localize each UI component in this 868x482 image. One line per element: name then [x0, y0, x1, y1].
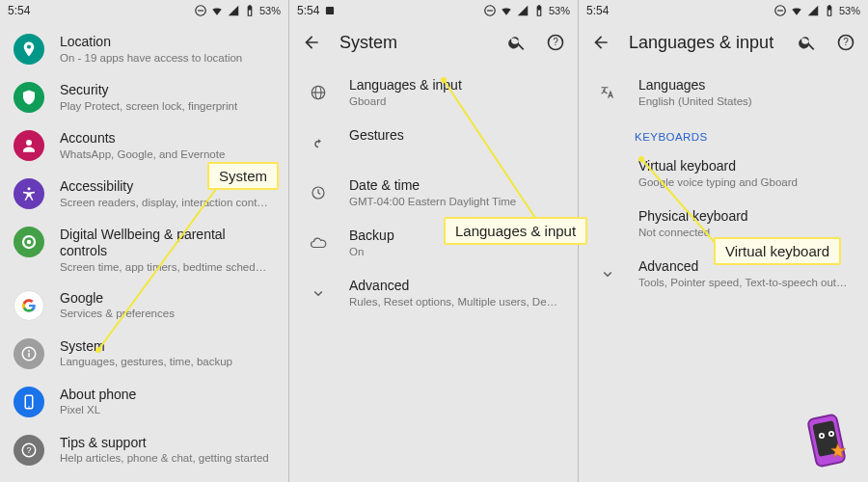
row-location[interactable]: Location On - 19 apps have access to loc… — [0, 25, 288, 73]
system-list: Languages & input Gboard Gestures Date &… — [289, 64, 578, 482]
row-tips-support[interactable]: ? Tips & support Help articles, phone & … — [0, 426, 288, 474]
status-bar: 5:54 53% — [579, 0, 868, 21]
spacer-icon — [592, 208, 623, 239]
google-icon — [14, 290, 44, 321]
dnd-icon — [483, 4, 497, 17]
app-bar: Languages & input ? — [579, 21, 868, 64]
accounts-icon — [14, 130, 44, 161]
row-sub: On - 19 apps have access to location — [60, 52, 271, 64]
back-button[interactable] — [301, 32, 322, 53]
chevron-down-icon — [303, 278, 334, 308]
wifi-icon — [210, 4, 224, 17]
phone-icon — [14, 387, 44, 417]
clock-icon — [303, 177, 334, 208]
page-title: Languages & input — [629, 33, 779, 53]
row-advanced[interactable]: Advanced Tools, Pointer speed, Text-to-s… — [579, 249, 868, 299]
svg-point-2 — [26, 140, 32, 146]
help-button[interactable]: ? — [545, 32, 566, 53]
screen-system: 5:54 53% System ? Languages & input — [289, 0, 579, 482]
accessibility-icon — [14, 178, 44, 209]
battery-pct: 53% — [259, 5, 281, 16]
row-physical-keyboard[interactable]: Physical keyboard Not connected — [579, 199, 868, 249]
signal-icon — [227, 4, 240, 17]
row-backup[interactable]: Backup On — [289, 218, 578, 268]
row-gestures[interactable]: Gestures — [289, 118, 578, 168]
wifi-icon — [500, 4, 513, 17]
search-button[interactable] — [797, 32, 818, 53]
row-accessibility[interactable]: Accessibility Screen readers, display, i… — [0, 170, 288, 218]
battery-icon — [532, 4, 546, 17]
battery-icon — [823, 4, 836, 17]
row-about-phone[interactable]: About phone Pixel XL — [0, 378, 288, 426]
info-icon — [14, 338, 44, 369]
svg-point-7 — [28, 350, 30, 352]
shield-icon — [14, 82, 44, 113]
location-icon — [14, 34, 44, 65]
row-wellbeing[interactable]: Digital Wellbeing & parental controls Sc… — [0, 218, 288, 281]
wifi-icon — [790, 4, 803, 17]
dnd-icon — [773, 4, 787, 17]
signal-icon — [806, 4, 820, 17]
status-bar: 5:54 53% — [289, 0, 578, 21]
row-virtual-keyboard[interactable]: Virtual keyboard Google voice typing and… — [579, 148, 868, 199]
svg-point-5 — [27, 240, 32, 245]
search-button[interactable] — [506, 32, 528, 53]
chevron-down-icon — [592, 258, 623, 289]
battery-pct: 53% — [549, 5, 570, 16]
row-system[interactable]: System Languages, gestures, time, backup — [0, 330, 288, 378]
battery-icon — [243, 4, 257, 17]
row-google[interactable]: Google Services & preferences — [0, 281, 288, 330]
status-bar: 5:54 53% — [0, 0, 288, 21]
back-button[interactable] — [590, 32, 611, 53]
page-title: System — [339, 33, 489, 53]
lang-input-list: Languages English (United States) KEYBOA… — [579, 64, 868, 482]
row-advanced[interactable]: Advanced Rules, Reset options, Multiple … — [289, 268, 578, 318]
cloud-icon — [303, 228, 334, 258]
row-accounts[interactable]: Accounts WhatsApp, Google, and Evernote — [0, 121, 288, 170]
settings-list: Location On - 19 apps have access to loc… — [0, 21, 288, 482]
status-time: 5:54 — [8, 4, 30, 17]
gestures-icon — [303, 127, 334, 158]
svg-text:?: ? — [553, 37, 558, 47]
screen-settings: 5:54 53% Location On - 19 apps have acce… — [0, 0, 289, 482]
row-languages-input[interactable]: Languages & input Gboard — [289, 67, 578, 118]
row-languages[interactable]: Languages English (United States) — [579, 67, 868, 118]
wellbeing-icon — [14, 227, 44, 257]
section-keyboards: KEYBOARDS — [579, 118, 868, 148]
help-button[interactable]: ? — [835, 32, 856, 53]
globe-icon — [303, 77, 334, 108]
translate-icon — [592, 77, 623, 108]
status-time: 5:54 — [297, 4, 319, 17]
screen-languages-input: 5:54 53% Languages & input ? Languages E… — [579, 0, 868, 482]
battery-pct: 53% — [839, 5, 860, 16]
svg-point-3 — [28, 187, 31, 190]
row-title: Location — [60, 34, 271, 50]
spacer-icon — [592, 158, 623, 189]
row-date-time[interactable]: Date & time GMT-04:00 Eastern Daylight T… — [289, 168, 578, 218]
row-security[interactable]: Security Play Protect, screen lock, fing… — [0, 73, 288, 121]
svg-point-10 — [28, 406, 30, 408]
svg-text:?: ? — [26, 445, 31, 455]
screenshot-indicator-icon — [323, 4, 337, 17]
help-icon: ? — [14, 435, 44, 466]
signal-icon — [516, 4, 529, 17]
status-time: 5:54 — [586, 4, 609, 17]
app-bar: System ? — [289, 21, 578, 64]
svg-rect-13 — [326, 7, 334, 14]
dnd-icon — [194, 4, 207, 17]
svg-rect-8 — [28, 352, 30, 357]
svg-text:?: ? — [843, 37, 849, 47]
